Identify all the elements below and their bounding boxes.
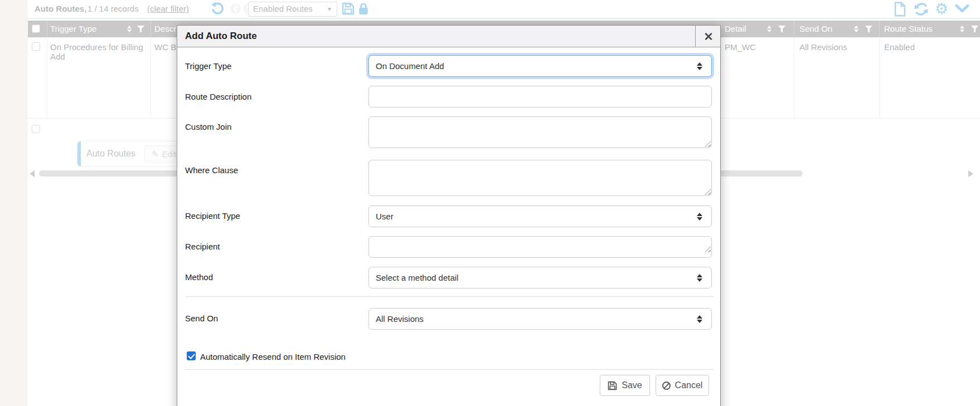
select-arrows-icon	[697, 62, 702, 70]
where-clause-textarea[interactable]	[368, 160, 712, 196]
section-divider	[185, 296, 714, 297]
recipient-type-label: Recipient Type	[185, 211, 240, 221]
close-button[interactable]	[695, 26, 721, 47]
save-button-label: Save	[622, 380, 642, 390]
trigger-type-value: On Document Add	[376, 61, 444, 71]
recipient-textarea[interactable]	[368, 236, 712, 258]
cancel-button[interactable]: Cancel	[656, 375, 709, 396]
trigger-type-label: Trigger Type	[185, 61, 231, 71]
cancel-icon	[662, 381, 671, 390]
where-clause-label: Where Clause	[185, 165, 238, 175]
add-auto-route-dialog: Add Auto Route Trigger Type On Document …	[177, 25, 721, 406]
route-description-label: Route Description	[185, 92, 251, 101]
custom-join-label: Custom Join	[185, 122, 231, 131]
trigger-type-select[interactable]: On Document Add	[368, 55, 712, 77]
select-arrows-icon	[697, 274, 702, 282]
recipient-type-select[interactable]: User	[368, 206, 712, 227]
method-select[interactable]: Select a method detail	[368, 267, 712, 288]
footer-divider	[185, 369, 714, 370]
cancel-button-label: Cancel	[675, 380, 703, 390]
method-value: Select a method detail	[376, 273, 458, 282]
save-floppy-icon	[608, 381, 617, 390]
resend-checkbox[interactable]	[187, 351, 196, 360]
select-arrows-icon	[697, 213, 702, 221]
recipient-label: Recipient	[185, 242, 220, 251]
route-description-input[interactable]	[368, 86, 712, 107]
recipient-type-value: User	[376, 212, 394, 221]
save-button[interactable]: Save	[600, 375, 650, 396]
dialog-header: Add Auto Route	[177, 26, 720, 47]
send-on-value: All Revisions	[376, 314, 424, 324]
send-on-label: Send On	[185, 314, 218, 323]
custom-join-textarea[interactable]	[368, 116, 712, 148]
resend-checkbox-label: Automatically Resend on Item Revision	[200, 352, 346, 361]
dialog-title: Add Auto Route	[185, 31, 257, 42]
select-arrows-icon	[697, 315, 702, 323]
send-on-select[interactable]: All Revisions	[368, 308, 712, 330]
method-label: Method	[185, 272, 213, 282]
